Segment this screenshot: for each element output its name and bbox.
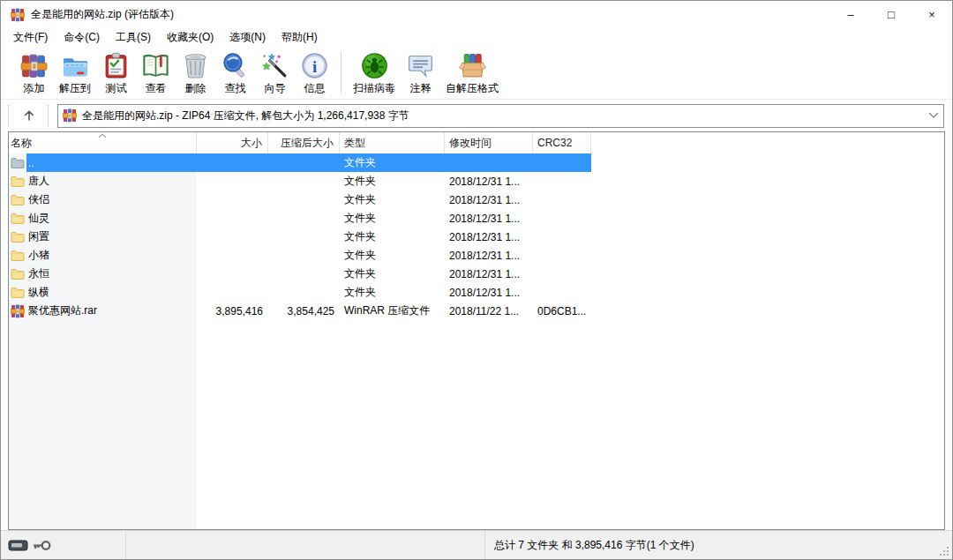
find-button[interactable]: 查找: [216, 49, 254, 96]
folder-icon: [11, 249, 25, 263]
archive-path-combobox[interactable]: 全是能用的网站.zip - ZIP64 压缩文件, 解包大小为 1,266,41…: [57, 104, 944, 128]
winrar-window: 全是能用的网站.zip (评估版本) – □ × 文件(F)命令(C)工具(S)…: [0, 0, 953, 560]
delete-button[interactable]: 删除: [176, 49, 214, 96]
file-row[interactable]: 侠侣文件夹2018/12/31 1...: [9, 190, 944, 209]
file-name: 小猪: [28, 248, 49, 263]
column-header-label: 修改时间: [449, 136, 492, 151]
file-name: ..: [28, 157, 34, 169]
title-bar: 全是能用的网站.zip (评估版本) – □ ×: [1, 1, 952, 28]
column-header-label: 类型: [344, 136, 365, 151]
file-type: 文件夹: [340, 248, 445, 263]
winrar-icon: [63, 108, 77, 123]
file-row[interactable]: 小猪文件夹2018/12/31 1...: [9, 246, 944, 265]
toolbar-button-label: 查找: [225, 81, 246, 96]
test-button[interactable]: 测试: [97, 49, 135, 96]
column-header-label: 名称: [11, 136, 32, 151]
file-row[interactable]: 永恒文件夹2018/12/31 1...: [9, 265, 944, 283]
view-button[interactable]: 查看: [137, 49, 175, 96]
toolbar-grip: [8, 105, 12, 126]
find-icon: [221, 51, 250, 80]
comment-icon: [406, 51, 435, 80]
file-modified: 2018/11/22 1...: [445, 305, 533, 317]
file-name: 永恒: [28, 266, 49, 281]
menu-item-6[interactable]: 帮助(H): [274, 28, 326, 47]
column-header-2[interactable]: 大小: [197, 132, 268, 153]
file-name: 闲置: [28, 229, 49, 244]
column-header-1[interactable]: 名称: [9, 132, 197, 153]
file-modified: 2018/12/31 1...: [445, 194, 533, 206]
scan-virus-button[interactable]: 扫描病毒: [349, 49, 400, 96]
file-type: 文件夹: [340, 192, 445, 207]
scan-virus-icon: [360, 51, 389, 80]
file-modified: 2018/12/31 1...: [445, 250, 533, 262]
folder-icon: [11, 267, 25, 281]
menu-item-1[interactable]: 文件(F): [5, 28, 56, 47]
file-name: 唐人: [28, 174, 49, 189]
address-bar: 全是能用的网站.zip - ZIP64 压缩文件, 解包大小为 1,266,41…: [1, 100, 952, 131]
folder-icon: [11, 175, 25, 189]
maximize-button[interactable]: □: [871, 1, 912, 28]
file-name: 聚优惠网站.rar: [28, 303, 97, 318]
file-packed-size: 3,854,425: [268, 305, 340, 317]
toolbar-separator: [341, 51, 341, 93]
up-one-level-button[interactable]: [16, 104, 42, 127]
folder-icon: [11, 230, 25, 244]
key-icon: [32, 539, 52, 552]
comment-button[interactable]: 注释: [401, 49, 439, 96]
toolbar: 添加解压到测试查看删除查找向导i信息扫描病毒注释自解压格式: [1, 47, 952, 100]
toolbar-button-label: 注释: [410, 81, 431, 96]
sort-asc-icon: [98, 133, 108, 138]
winrar-icon: [11, 304, 25, 318]
toolbar-button-label: 解压到: [59, 81, 91, 96]
resize-grip[interactable]: [939, 546, 950, 557]
file-type: 文件夹: [340, 211, 445, 226]
menu-item-3[interactable]: 工具(S): [108, 28, 159, 47]
file-name: 纵横: [28, 285, 49, 300]
toolbar-button-label: 添加: [24, 81, 45, 96]
file-modified: 2018/12/31 1...: [445, 175, 533, 188]
folder-icon: [11, 212, 25, 226]
file-row[interactable]: 唐人文件夹2018/12/31 1...: [9, 172, 944, 190]
info-button[interactable]: i信息: [296, 49, 334, 96]
column-header-6[interactable]: CRC32: [533, 132, 591, 153]
wizard-button[interactable]: 向导: [256, 49, 294, 96]
file-name: 侠侣: [28, 192, 49, 207]
file-row[interactable]: ..文件夹: [9, 153, 944, 172]
info-icon: i: [300, 51, 329, 80]
chevron-down-icon[interactable]: [924, 105, 943, 127]
sfx-icon: [458, 51, 487, 80]
close-button[interactable]: ×: [912, 1, 952, 28]
file-type: WinRAR 压缩文件: [340, 303, 445, 318]
extract-button[interactable]: 解压到: [55, 49, 95, 96]
window-title: 全是能用的网站.zip (评估版本): [31, 7, 830, 22]
menu-item-2[interactable]: 命令(C): [56, 28, 108, 47]
file-row[interactable]: 仙灵文件夹2018/12/31 1...: [9, 209, 944, 228]
status-total-section: 总计 7 文件夹 和 3,895,416 字节(1 个文件): [485, 531, 952, 559]
winrar-icon: [11, 8, 25, 22]
status-middle-section: [126, 531, 485, 559]
file-row[interactable]: 闲置文件夹2018/12/31 1...: [9, 228, 944, 246]
toolbar-button-label: 删除: [185, 81, 206, 96]
menu-bar: 文件(F)命令(C)工具(S)收藏夹(O)选项(N)帮助(H): [1, 28, 952, 47]
file-modified: 2018/12/31 1...: [445, 287, 533, 299]
sfx-button[interactable]: 自解压格式: [441, 49, 503, 96]
folder-icon: [11, 193, 25, 207]
menu-item-4[interactable]: 收藏夹(O): [159, 28, 221, 47]
toolbar-button-label: 扫描病毒: [353, 81, 395, 96]
add-button[interactable]: 添加: [15, 49, 53, 96]
file-row[interactable]: 聚优惠网站.rar3,895,4163,854,425WinRAR 压缩文件20…: [9, 302, 944, 320]
file-rows: ..文件夹唐人文件夹2018/12/31 1...侠侣文件夹2018/12/31…: [9, 153, 944, 320]
file-modified: 2018/12/31 1...: [445, 213, 533, 225]
file-name: 仙灵: [28, 211, 49, 226]
up-arrow-icon: [22, 108, 36, 123]
column-header-5[interactable]: 修改时间: [445, 132, 533, 153]
status-icons-section: [1, 531, 126, 559]
add-icon: [19, 51, 49, 80]
column-header-4[interactable]: 类型: [340, 132, 445, 153]
menu-item-5[interactable]: 选项(N): [221, 28, 274, 47]
extract-icon: [61, 51, 90, 80]
column-header-3[interactable]: 压缩后大小: [268, 132, 340, 153]
minimize-button[interactable]: –: [830, 1, 871, 28]
file-row[interactable]: 纵横文件夹2018/12/31 1...: [9, 283, 944, 302]
archive-path-text: 全是能用的网站.zip - ZIP64 压缩文件, 解包大小为 1,266,41…: [82, 108, 924, 123]
